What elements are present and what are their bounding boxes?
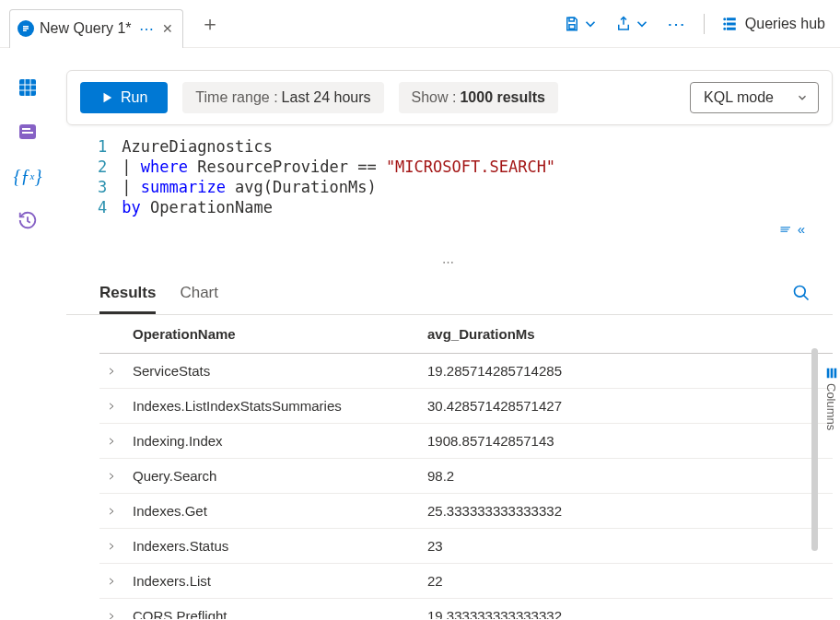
svg-rect-7	[728, 28, 735, 29]
table-row[interactable]: Indexes.ListIndexStatsSummaries30.428571…	[99, 389, 833, 424]
cell-avg: 22	[420, 564, 833, 599]
cell-avg: 98.2	[420, 459, 833, 494]
log-analytics-icon	[18, 20, 34, 37]
search-results-icon[interactable]	[792, 284, 811, 305]
expand-row-icon[interactable]	[99, 459, 125, 494]
expand-row-icon[interactable]	[99, 599, 125, 620]
svg-rect-14	[830, 368, 833, 379]
tab-menu-icon[interactable]: ⋯	[139, 20, 155, 38]
columns-panel-label: Columns	[824, 383, 838, 430]
svg-rect-3	[728, 18, 735, 20]
queries-hub-label: Queries hub	[745, 16, 825, 32]
more-actions-icon[interactable]: ⋯	[667, 13, 687, 35]
table-row[interactable]: ServiceStats19.285714285714285	[99, 354, 833, 389]
table-row[interactable]: Indexes.Get25.333333333333332	[99, 494, 833, 529]
svg-rect-8	[19, 79, 36, 96]
expand-row-icon[interactable]	[99, 529, 125, 564]
table-row[interactable]: CORS.Preflight19.333333333333332	[99, 599, 833, 620]
results-table: OperationName avg_DurationMs ServiceStat…	[99, 315, 833, 619]
expand-row-icon[interactable]	[99, 389, 125, 424]
separator	[704, 14, 705, 34]
cell-avg: 25.333333333333332	[420, 494, 833, 529]
cell-operation: Indexers.List	[125, 564, 420, 599]
show-selector[interactable]: Show : 1000 results	[399, 82, 558, 113]
queries-icon[interactable]	[16, 120, 40, 144]
expand-row-icon[interactable]	[99, 354, 125, 389]
expand-row-icon[interactable]	[99, 494, 125, 529]
tables-icon[interactable]	[16, 76, 40, 99]
queries-hub-button[interactable]: Queries hub	[721, 16, 825, 32]
svg-rect-10	[22, 128, 30, 130]
svg-point-2	[724, 18, 726, 20]
show-value: 1000 results	[460, 89, 545, 106]
table-row[interactable]: Indexers.Status23	[99, 529, 833, 564]
left-rail: {ƒx}	[0, 48, 55, 620]
svg-rect-15	[834, 368, 836, 379]
svg-rect-13	[826, 368, 829, 379]
col-operation[interactable]: OperationName	[125, 315, 420, 354]
svg-rect-11	[22, 132, 33, 134]
svg-point-12	[795, 287, 806, 298]
cell-operation: CORS.Preflight	[125, 599, 420, 620]
code-body[interactable]: AzureDiagnostics| where ResourceProvider…	[122, 136, 833, 217]
tab-chart[interactable]: Chart	[180, 284, 218, 314]
close-icon[interactable]: ✕	[162, 21, 173, 36]
new-tab-button[interactable]: ＋	[200, 10, 220, 38]
tab-results[interactable]: Results	[99, 284, 156, 314]
time-range-selector[interactable]: Time range : Last 24 hours	[182, 82, 383, 113]
col-avg[interactable]: avg_DurationMs	[420, 315, 833, 354]
cell-avg: 1908.857142857143	[420, 424, 833, 459]
results-tabs: Results Chart	[66, 275, 833, 315]
expand-row-icon[interactable]	[99, 424, 125, 459]
cell-operation: Indexing.Index	[125, 424, 420, 459]
query-tab[interactable]: New Query 1* ⋯ ✕	[9, 9, 183, 48]
history-icon[interactable]	[16, 208, 40, 232]
expand-row-icon[interactable]	[99, 564, 125, 599]
svg-point-6	[724, 28, 726, 29]
cell-operation: Indexes.Get	[125, 494, 420, 529]
table-row[interactable]: Query.Search98.2	[99, 459, 833, 494]
line-gutter: 1 2 3 4	[66, 136, 122, 217]
svg-point-4	[724, 23, 726, 25]
cell-avg: 19.285714285714285	[420, 354, 833, 389]
cell-operation: Query.Search	[125, 459, 420, 494]
svg-rect-5	[728, 23, 735, 25]
code-editor[interactable]: 1 2 3 4 AzureDiagnostics| where Resource…	[66, 136, 833, 217]
cell-operation: Indexers.Status	[125, 529, 420, 564]
tab-title: New Query 1*	[40, 20, 132, 37]
cell-operation: Indexes.ListIndexStatsSummaries	[125, 389, 420, 424]
mode-dropdown[interactable]: KQL mode	[690, 82, 819, 113]
mode-label: KQL mode	[704, 89, 774, 106]
main-area: {ƒx} Run Time range : Last 24 hours Show…	[0, 48, 840, 620]
table-row[interactable]: Indexing.Index1908.857142857143	[99, 424, 833, 459]
svg-rect-0	[569, 18, 574, 21]
run-button[interactable]: Run	[80, 82, 168, 113]
top-right-actions: ⋯ Queries hub	[564, 13, 833, 35]
cell-operation: ServiceStats	[125, 354, 420, 389]
cell-avg: 30.428571428571427	[420, 389, 833, 424]
time-range-value: Last 24 hours	[282, 89, 371, 106]
chevron-down-icon	[796, 91, 809, 104]
content-area: Run Time range : Last 24 hours Show : 10…	[55, 48, 840, 620]
columns-panel-toggle[interactable]: Columns	[824, 367, 838, 430]
svg-rect-1	[569, 24, 575, 29]
run-label: Run	[121, 89, 147, 106]
cell-avg: 19.333333333333332	[420, 599, 833, 620]
show-label: Show :	[412, 89, 457, 106]
functions-icon[interactable]: {ƒx}	[16, 164, 40, 188]
save-button[interactable]	[564, 16, 599, 32]
top-bar: New Query 1* ⋯ ✕ ＋ ⋯ Queries hub	[0, 0, 840, 48]
table-header-row: OperationName avg_DurationMs	[99, 315, 833, 354]
resize-handle[interactable]: ⋯	[66, 255, 833, 269]
query-toolbar: Run Time range : Last 24 hours Show : 10…	[66, 70, 833, 125]
cell-avg: 23	[420, 529, 833, 564]
share-button[interactable]	[615, 16, 650, 32]
collapse-results-icon[interactable]: «	[779, 221, 805, 237]
scrollbar[interactable]	[811, 348, 818, 551]
table-row[interactable]: Indexers.List22	[99, 564, 833, 599]
results-table-container: OperationName avg_DurationMs ServiceStat…	[66, 315, 833, 619]
time-range-label: Time range :	[195, 89, 277, 106]
